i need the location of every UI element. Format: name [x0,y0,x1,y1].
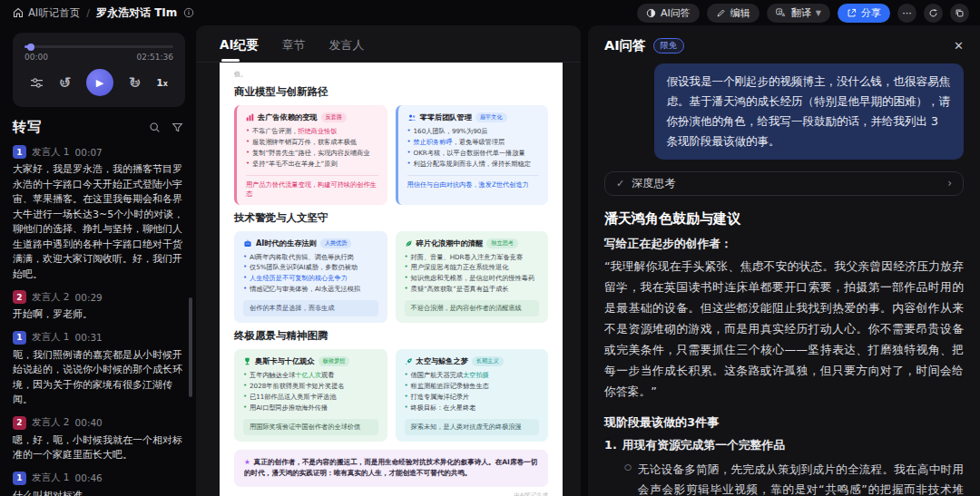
refresh-button[interactable] [924,4,943,23]
ai-qa-icon [646,8,656,18]
card-bullets: 五年内触达全球十亿人次观看 2028年前获得奥斯卡短片奖提名 已11部作品送入奥… [243,370,378,413]
answer-paragraph: “我理解你现在手头紧张、焦虑不安的状态。我父亲曾因经济压力放弃留学，我在英国读书… [604,256,964,402]
team-icon [407,113,416,122]
transcript-text[interactable]: 开始啊，罗老师。 [13,307,185,323]
summary-panel: AI纪要 章节 发言人 值。 商业模型与创新路径 去广告依赖的变现 反套路 [196,25,581,496]
transcript-entry[interactable]: 2 发言人 2 00:40 嗯，好，呃，小时候我就在一个相对标准的一个家庭里面长… [13,416,185,463]
audio-player: 00:00 02:51:36 ↺15 ▶ ↻15 1x [13,33,185,107]
info-icon[interactable] [183,7,194,18]
card-tag: 扁平文化 [475,112,507,122]
summary-card-space[interactable]: 太空与鲸鱼之梦 长期主义 借国产航天器完成太空拍摄 租监测船追踪记录鲸鱼生态 打… [396,349,549,442]
ai-generated-watermark: 由AI笔记生成 [234,491,548,496]
tab-ai-minutes[interactable]: AI纪要 [220,37,258,62]
card-title: AI时代的生存法则 [256,238,317,248]
elapsed-time: 00:00 [24,53,48,62]
card-bullets: 封面、音量、HDR卷入注意力军备竞赛 用户深度思考能力正在系统性退化 知识焦虑和… [405,252,540,296]
home-icon [13,7,24,18]
transcript-text[interactable]: 呃，我们照例请的嘉宾都是从小时候开始说起的，说说你小时候的那个成长环境，因为关于… [13,348,185,408]
toolbar-actions: AI问答 编辑 文A 翻译 ▼ 分享 ··· [637,4,969,23]
speaker-label: 发言人 1 [32,146,70,159]
page-title: 罗永浩对话 TIm [96,5,177,21]
speaker-badge: 1 [13,145,26,159]
summary-card-monetization[interactable]: 去广告依赖的变现 反套路 不靠广告评测，拒绝商业恰饭 服装潮牌年销百万件，获客成… [234,105,387,205]
transcript-text[interactable]: 大家好，我是罗永浩，我的播客节目罗永浩的十字路口今天开始正式登陆小宇宙、苹果播客… [13,162,185,282]
copy-button[interactable] [950,4,969,23]
top-bar: AI听记首页 / 罗永浩对话 TIm AI问答 编辑 文A 翻译 ▼ 分享 [0,0,980,25]
card-bullets: 160人团队，99%为90后 禁止职务称呼，避免等级管理层 OKR考核，以平台数… [407,126,540,170]
share-button[interactable]: 分享 [838,4,890,23]
edit-button[interactable]: 编辑 [707,4,760,23]
transcript-entry[interactable]: 1 发言人 1 00:46 什么叫相对标准。 [13,472,185,496]
bar-chart-icon [246,113,254,122]
card-tag: 极致梦想 [318,356,350,366]
play-button[interactable]: ▶ [86,69,113,96]
breadcrumb-root[interactable]: AI听记首页 [28,6,80,20]
speaker-label: 发言人 2 [32,416,70,429]
card-bullets: 不靠广告评测，拒绝商业恰饭 服装潮牌年销百万件，获客成本极低 复制“野兽先生”路… [246,126,378,170]
timestamp[interactable]: 00:29 [75,292,103,303]
answer-title: 潘天鸿角色鼓励与建议 [604,210,964,228]
summary-card-ai-survival[interactable]: AI时代的生存法则 人类优势 AI两年内将取代剪辑、调色等执行岗 仅5%团队意识… [234,231,387,324]
card-title: 零零后团队管理 [420,112,472,122]
summary-card-clarity[interactable]: 碎片化浪潮中的清醒 独立思考 封面、音量、HDR卷入注意力军备竞赛 用户深度思考… [396,231,549,324]
close-icon[interactable]: ✕ [954,39,964,53]
summary-doc-scroll[interactable]: 值。 商业模型与创新路径 去广告依赖的变现 反套路 不靠广告评测，拒绝商业恰饭 [196,63,581,496]
answer-lead: 写给正在起步的创作者： [604,237,964,252]
answer-item: 1. 用现有资源完成第一个完整作品 [604,438,964,453]
search-icon[interactable] [149,122,161,133]
breadcrumb: AI听记首页 / 罗永浩对话 TIm [13,5,194,21]
tab-chapters[interactable]: 章节 [281,37,305,62]
transcript-entry[interactable]: 2 发言人 2 00:29 开始啊，罗老师。 [13,290,185,323]
answer-list-title: 现阶段最该做的3件事 [604,414,964,431]
transcript-entry[interactable]: 1 发言人 1 00:07 大家好，我是罗永浩，我的播客节目罗永浩的十字路口今天… [13,145,185,282]
qa-panel-title: AI问答 [604,37,646,54]
summary-card-team[interactable]: 零零后团队管理 扁平文化 160人团队，99%为90后 禁止职务称呼，避免等级管… [396,105,549,205]
robot-icon [243,239,252,248]
playback-speed-button[interactable]: 1x [156,77,168,89]
qa-chat-area[interactable]: 假设我是一个刚起步的视频博主，没什么钱，也很容易焦虑。基于潘天鸿的成长经历（特别… [588,62,980,496]
card-title: 碎片化浪潮中的清醒 [416,238,484,248]
svg-text:A: A [782,13,786,17]
rewind-15-label: 15 [62,81,69,86]
timestamp[interactable]: 00:07 [75,147,103,158]
deep-think-label: 深度思考 [632,176,675,191]
share-label: 分享 [861,6,881,20]
timestamp[interactable]: 00:46 [75,472,103,483]
home-link[interactable]: AI听记首页 [13,6,80,20]
progress-handle[interactable] [27,44,34,51]
card-footer: 创作的本质是选择，而非生成 [243,300,378,316]
ai-qa-label: AI问答 [661,6,691,20]
total-duration: 02:51:36 [137,53,173,62]
section-title: 商业模型与创新路径 [234,85,548,99]
speaker-badge: 2 [13,290,26,304]
more-icon: ··· [902,7,912,19]
more-button[interactable]: ··· [897,4,916,23]
chevron-right-icon: › [947,177,952,190]
trophy-icon [243,357,251,365]
deep-think-collapsed-row[interactable]: ✓ 深度思考 › [604,171,964,196]
transcript-entry[interactable]: 1 发言人 1 00:31 呃，我们照例请的嘉宾都是从小时候开始说起的，说说你小… [13,331,185,408]
transcript-text[interactable]: 什么叫相对标准。 [13,489,185,496]
speaker-label: 发言人 2 [32,291,70,304]
user-question-bubble: 假设我是一个刚起步的视频博主，没什么钱，也很容易焦虑。基于潘天鸿的成长经历（特别… [654,63,964,160]
tab-speakers[interactable]: 发言人 [328,37,364,62]
transcript-text[interactable]: 嗯，好，呃，小时候我就在一个相对标准的一个家庭里面长大吧。 [13,433,185,463]
star-icon: ★ [244,458,250,466]
forward-15-button[interactable]: ↻15 [128,75,141,91]
card-tag: 人类优势 [320,238,352,248]
ai-qa-button[interactable]: AI问答 [637,4,700,23]
circle-bullet-icon: ○ [624,460,632,496]
card-title: 奥斯卡与十亿观众 [255,356,315,366]
card-tag: 独立思考 [486,238,518,248]
chevron-down-icon: ▼ [816,9,821,17]
progress-bar[interactable] [24,45,173,48]
summary-card-oscar[interactable]: 奥斯卡与十亿观众 极致梦想 五年内触达全球十亿人次观看 2028年前获得奥斯卡短… [234,349,387,442]
transcript-scrollbar[interactable] [189,297,192,397]
rewind-15-button[interactable]: ↺15 [58,75,71,91]
timestamp[interactable]: 00:40 [75,417,103,428]
timestamp[interactable]: 00:31 [75,332,103,343]
player-settings-button[interactable] [30,76,44,90]
translate-button[interactable]: 文A 翻译 ▼ [767,4,830,23]
filter-icon[interactable] [172,122,183,133]
check-icon: ✓ [616,178,624,190]
